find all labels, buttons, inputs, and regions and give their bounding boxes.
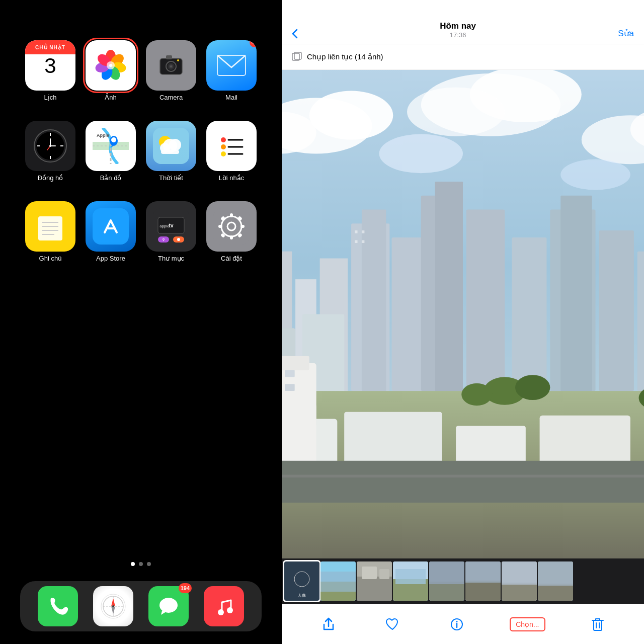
- svg-rect-132: [285, 384, 294, 391]
- dock-music[interactable]: [204, 586, 244, 626]
- svg-rect-67: [240, 225, 245, 228]
- app-label-calendar: Lịch: [44, 94, 57, 101]
- weather-icon-bg: [146, 121, 196, 171]
- thumbnail-6[interactable]: [465, 561, 501, 601]
- app-mail[interactable]: 41 Mail: [204, 40, 259, 116]
- svg-rect-155: [429, 561, 464, 584]
- svg-point-7: [107, 61, 115, 69]
- svg-text:🎙: 🎙: [162, 238, 166, 242]
- mail-icon-bg: 41: [206, 40, 257, 91]
- home-screen: CHỦ NHẬT 3 Lịch: [0, 0, 282, 644]
- svg-rect-14: [166, 55, 172, 59]
- calendar-icon: CHỦ NHẬT 3: [25, 40, 75, 91]
- svg-rect-158: [465, 561, 501, 583]
- svg-rect-147: [357, 577, 392, 601]
- app-appstore[interactable]: App Store: [83, 201, 138, 277]
- thumbnail-3[interactable]: [357, 561, 392, 601]
- thumbnail-8[interactable]: [538, 561, 573, 601]
- thumbnails-strip[interactable]: 人像: [282, 558, 644, 604]
- app-label-weather: Thời tiết: [159, 174, 183, 182]
- app-camera[interactable]: Camera: [143, 40, 199, 116]
- thumbnail-7[interactable]: [502, 561, 537, 601]
- app-calendar[interactable]: CHỦ NHẬT 3 Lịch: [23, 40, 78, 116]
- maps-icon-bg: Apple: [86, 121, 136, 171]
- app-settings[interactable]: Cài đặt: [204, 201, 259, 277]
- app-weather[interactable]: Thời tiết: [143, 121, 199, 196]
- svg-point-15: [177, 59, 179, 61]
- folder-icon-bg: tv apple 🎙: [146, 201, 196, 252]
- like-button[interactable]: [381, 614, 404, 635]
- svg-point-86: [309, 91, 393, 140]
- svg-point-13: [170, 65, 172, 67]
- reminders-icon-bg: [206, 121, 257, 171]
- svg-point-30: [111, 137, 116, 142]
- app-label-notes: Ghi chú: [39, 255, 62, 262]
- svg-rect-116: [355, 240, 358, 243]
- back-button[interactable]: [292, 29, 298, 39]
- burst-label: Chụp liên tục (14 ảnh): [282, 44, 644, 70]
- thumbnail-1[interactable]: 人像: [284, 561, 319, 601]
- svg-rect-125: [282, 363, 316, 475]
- thumbnail-4[interactable]: [393, 561, 428, 601]
- svg-rect-38: [213, 128, 250, 164]
- appstore-icon-bg: [86, 201, 136, 252]
- dock-messages[interactable]: 194: [148, 586, 189, 626]
- dock-phone[interactable]: [38, 586, 78, 626]
- svg-rect-117: [362, 240, 365, 243]
- app-clock[interactable]: Đồng hồ: [23, 121, 78, 196]
- svg-rect-46: [38, 216, 62, 240]
- svg-rect-108: [560, 196, 592, 391]
- svg-point-39: [221, 137, 226, 142]
- svg-rect-64: [230, 213, 233, 217]
- select-label: Chọn...: [516, 620, 539, 628]
- svg-rect-157: [465, 581, 501, 601]
- app-label-clock: Đồng hồ: [38, 174, 63, 182]
- edit-button[interactable]: Sửa: [618, 28, 634, 39]
- info-button[interactable]: [446, 614, 467, 635]
- app-reminders[interactable]: Lời nhắc: [204, 121, 259, 196]
- svg-rect-51: [93, 208, 129, 245]
- dock-safari[interactable]: [93, 586, 133, 626]
- thumbnail-2[interactable]: [320, 561, 356, 601]
- app-label-mail: Mail: [225, 94, 237, 101]
- svg-text:apple: apple: [159, 224, 170, 228]
- svg-point-80: [218, 609, 224, 615]
- calendar-weekday: CHỦ NHẬT: [25, 40, 75, 54]
- svg-rect-148: [362, 567, 377, 579]
- svg-point-41: [221, 144, 226, 149]
- settings-icon-bg: [206, 201, 257, 252]
- svg-point-81: [227, 607, 233, 613]
- burst-text: Chụp liên tục (14 ảnh): [307, 52, 383, 61]
- page-dot-1: [131, 562, 135, 566]
- svg-rect-105: [466, 209, 505, 391]
- photos-app: Hôm nay 17:36 Sửa Chụp liên tục (14 ảnh): [282, 0, 644, 644]
- photos-header: Hôm nay 17:36 Sửa: [282, 0, 644, 44]
- svg-rect-109: [599, 230, 633, 391]
- mail-badge: 41: [250, 40, 257, 47]
- app-photos[interactable]: Ảnh: [83, 40, 138, 116]
- svg-rect-115: [362, 230, 365, 233]
- share-button[interactable]: [318, 613, 339, 635]
- svg-rect-114: [355, 230, 358, 233]
- delete-button[interactable]: [588, 613, 608, 635]
- svg-rect-149: [379, 569, 389, 579]
- app-folder[interactable]: tv apple 🎙 Thư mục: [143, 201, 199, 277]
- svg-text:Apple: Apple: [97, 133, 109, 138]
- dock: 194: [20, 581, 262, 631]
- svg-point-43: [221, 151, 226, 156]
- app-label-settings: Cài đặt: [221, 255, 242, 262]
- svg-rect-110: [637, 252, 644, 391]
- svg-rect-106: [512, 237, 546, 391]
- select-button[interactable]: Chọn...: [510, 617, 545, 631]
- app-label-reminders: Lời nhắc: [219, 174, 245, 182]
- svg-point-79: [159, 598, 178, 613]
- app-label-photos: Ảnh: [105, 94, 116, 101]
- svg-point-134: [515, 375, 550, 400]
- svg-rect-154: [429, 582, 464, 601]
- camera-icon-bg: [146, 40, 196, 91]
- notes-icon-bg: [25, 201, 75, 252]
- svg-rect-129: [285, 370, 294, 377]
- app-maps[interactable]: Apple Bản đồ: [83, 121, 138, 196]
- thumbnail-5[interactable]: [429, 561, 464, 601]
- app-notes[interactable]: Ghi chú: [23, 201, 78, 277]
